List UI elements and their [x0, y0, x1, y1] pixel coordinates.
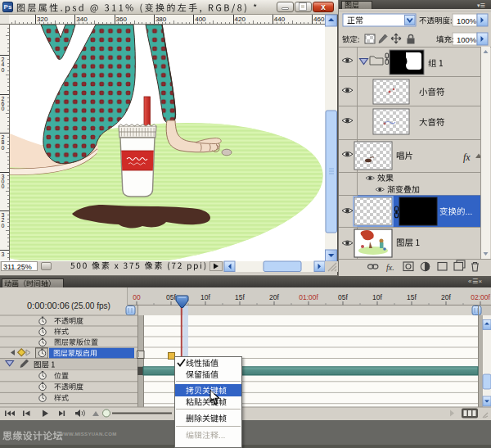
- svg-text:360: 360: [116, 16, 128, 23]
- svg-text:0: 0: [2, 106, 5, 111]
- svg-text:05f: 05f: [166, 293, 176, 301]
- svg-text:01:00f: 01:00f: [299, 293, 318, 301]
- svg-text:fx.: fx.: [386, 263, 394, 272]
- svg-text:380: 380: [155, 16, 167, 23]
- svg-text:100%: 100%: [457, 35, 477, 44]
- svg-text:420: 420: [235, 16, 246, 23]
- svg-text:00: 00: [133, 293, 141, 301]
- svg-text:0: 0: [2, 183, 5, 189]
- svg-text:20f: 20f: [441, 293, 451, 301]
- svg-text:340: 340: [76, 16, 88, 23]
- svg-text:440: 440: [274, 16, 286, 23]
- svg-text:10f: 10f: [372, 293, 382, 301]
- svg-text:0: 0: [2, 145, 5, 151]
- svg-text:02:00f: 02:00f: [471, 293, 490, 301]
- svg-text:05f: 05f: [338, 293, 348, 301]
- svg-text:10f: 10f: [200, 293, 210, 301]
- svg-text:400: 400: [195, 16, 206, 23]
- svg-text:320: 320: [37, 16, 48, 23]
- svg-text:fx: fx: [463, 152, 471, 163]
- svg-text:460: 460: [313, 16, 325, 23]
- svg-text:3: 3: [2, 251, 5, 257]
- svg-text:100%: 100%: [457, 16, 477, 25]
- svg-text:15f: 15f: [235, 293, 245, 301]
- svg-text:20f: 20f: [269, 293, 279, 301]
- svg-text:0: 0: [2, 67, 5, 73]
- svg-text:0: 0: [2, 223, 5, 229]
- svg-text:15f: 15f: [407, 293, 417, 301]
